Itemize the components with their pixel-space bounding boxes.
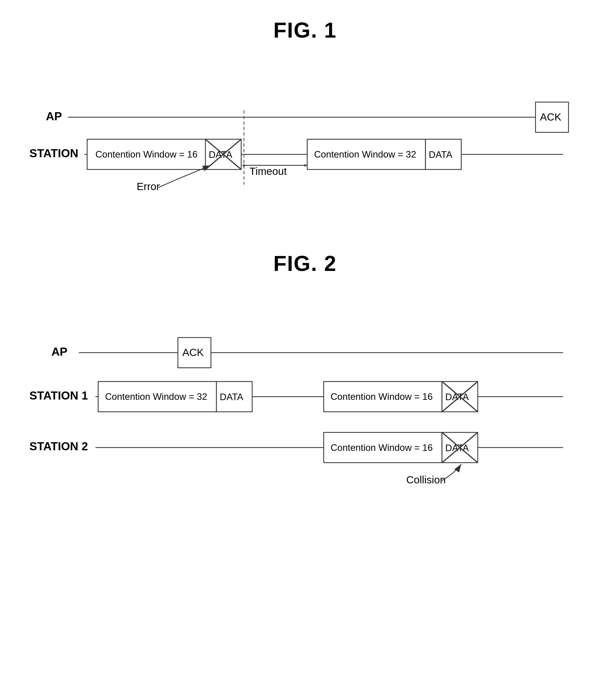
svg-line-22 xyxy=(442,381,478,412)
cw32-box-fig1: Contention Window = 32 xyxy=(314,149,416,160)
ack-box-fig1: ACK xyxy=(540,111,561,123)
svg-rect-11 xyxy=(426,139,461,169)
svg-line-26 xyxy=(442,432,478,462)
fig1-diagram: AP STATION Contention Window = 16 DATA E… xyxy=(24,60,586,215)
collision-label-fig2: Collision xyxy=(406,474,446,486)
fig1-title: FIG. 1 xyxy=(24,18,586,43)
svg-rect-25 xyxy=(442,432,478,462)
svg-line-4 xyxy=(205,139,241,169)
data2-box-fig1: DATA xyxy=(429,149,452,160)
error-label-fig1: Error xyxy=(137,180,160,192)
cw32-box-fig2: Contention Window = 32 xyxy=(105,391,207,402)
fig2-diagram: AP STATION 1 STATION 2 Contention Window… xyxy=(24,294,586,503)
svg-rect-3 xyxy=(205,139,241,169)
svg-marker-9 xyxy=(304,164,307,167)
svg-rect-19 xyxy=(178,338,211,368)
cw16-box-fig1: Contention Window = 16 xyxy=(96,149,197,160)
data1-box-fig2: DATA xyxy=(220,392,243,402)
svg-line-27 xyxy=(442,432,478,462)
ack-box-fig2: ACK xyxy=(182,346,204,358)
fig2-title: FIG. 2 xyxy=(24,251,586,276)
station2-label-fig2: STATION 2 xyxy=(29,440,88,453)
page: FIG. 1 AP STATION Contention Window = 16… xyxy=(0,0,610,700)
svg-line-5 xyxy=(205,139,241,169)
svg-rect-2 xyxy=(87,139,205,169)
svg-rect-12 xyxy=(535,102,568,132)
data3-box-fig2: DATA xyxy=(445,443,469,453)
svg-rect-17 xyxy=(98,381,216,412)
svg-rect-18 xyxy=(216,381,252,412)
data2-box-fig2: DATA xyxy=(445,392,469,402)
cw16-s2-box-fig2: Contention Window = 16 xyxy=(331,442,433,453)
cw16-s1-box-fig2: Contention Window = 16 xyxy=(331,391,433,402)
station-label-fig1: STATION xyxy=(29,147,78,160)
svg-rect-21 xyxy=(442,381,478,412)
data1-box-fig1: DATA xyxy=(209,149,232,160)
svg-rect-20 xyxy=(324,381,442,412)
timeout-label-fig1: Timeout xyxy=(250,165,287,177)
svg-rect-24 xyxy=(324,432,442,462)
ap-label-fig2: AP xyxy=(51,345,67,358)
ap-label-fig1: AP xyxy=(46,110,62,123)
station1-label-fig2: STATION 1 xyxy=(29,389,88,402)
svg-line-23 xyxy=(442,381,478,412)
svg-rect-10 xyxy=(307,139,425,169)
svg-marker-8 xyxy=(242,164,245,167)
